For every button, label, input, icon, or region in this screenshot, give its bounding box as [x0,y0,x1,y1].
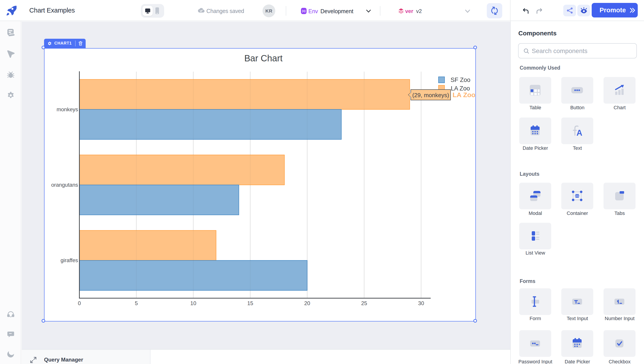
svg-text:25: 25 [361,300,367,306]
svg-text:monkeys: monkeys [56,106,78,112]
svg-text:Bar Chart: Bar Chart [244,53,282,63]
svg-text:SF Zoo: SF Zoo [450,77,470,83]
svg-text:LA Zoo: LA Zoo [451,85,470,92]
svg-text:A: A [576,128,582,137]
svg-text:10: 10 [190,300,196,306]
svg-text:giraffes: giraffes [60,257,78,263]
svg-text:(29, monkeys): (29, monkeys) [412,92,449,98]
svg-text:20: 20 [304,300,310,306]
svg-text:LA Zoo: LA Zoo [452,91,475,98]
svg-text:5: 5 [135,300,138,306]
svg-text:30: 30 [418,300,424,306]
svg-text:orangutans: orangutans [51,182,78,188]
svg-text:0: 0 [78,300,81,306]
svg-text:15: 15 [247,300,253,306]
